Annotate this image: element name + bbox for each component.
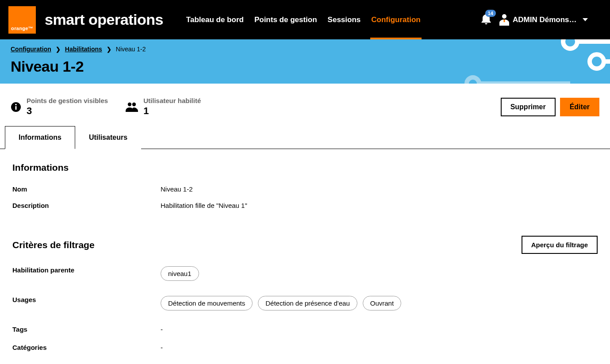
stat-users: Utilisateur habilité 1 (126, 97, 201, 117)
tab-utilisateurs[interactable]: Utilisateurs (75, 126, 141, 149)
breadcrumb-configuration[interactable]: Configuration (11, 46, 51, 53)
label-name: Nom (12, 185, 161, 193)
stat-users-value: 1 (143, 105, 201, 117)
row-usages: Usages Détection de mouvements Détection… (12, 285, 598, 315)
label-parent: Habilitation parente (12, 266, 161, 281)
chevron-down-icon (583, 18, 588, 21)
svg-rect-8 (15, 106, 17, 110)
user-icon (499, 14, 509, 26)
page-actions: Supprimer Éditer (501, 98, 599, 116)
breadcrumb-habilitations[interactable]: Habilitations (65, 46, 102, 53)
delete-button[interactable]: Supprimer (501, 98, 556, 116)
chip-usage: Détection de mouvements (161, 296, 253, 310)
chip-usage: Ouvrant (363, 296, 401, 310)
chip-parent: niveau1 (161, 266, 199, 281)
label-tags: Tags (12, 326, 161, 333)
stat-users-label: Utilisateur habilité (143, 97, 201, 104)
nav-dashboard[interactable]: Tableau de bord (185, 0, 245, 39)
nav-sessions[interactable]: Sessions (327, 0, 362, 39)
notifications-button[interactable]: 14 (481, 13, 491, 27)
stat-points: Points de gestion visibles 3 (11, 97, 108, 117)
decorative-graphic (460, 39, 610, 84)
svg-point-5 (590, 54, 604, 69)
value-description: Habilitation fille de "Niveau 1" (161, 202, 247, 209)
label-categories: Catégories (12, 344, 161, 351)
user-name: ADMIN Démonstr... (513, 15, 579, 24)
edit-button[interactable]: Éditer (560, 98, 599, 116)
preview-filter-button[interactable]: Aperçu du filtrage (522, 236, 598, 254)
users-icon (126, 102, 138, 112)
chevron-right-icon: ❯ (107, 46, 111, 53)
breadcrumb-current: Niveau 1-2 (116, 46, 146, 53)
tabs: Informations Utilisateurs (0, 126, 610, 149)
section-informations-title: Informations (12, 162, 598, 173)
svg-point-3 (563, 39, 577, 49)
app-title: smart operations (45, 11, 163, 28)
nav-points[interactable]: Points de gestion (253, 0, 318, 39)
stat-points-value: 3 (27, 105, 108, 117)
page-banner: Configuration ❯ Habilitations ❯ Niveau 1… (0, 39, 610, 84)
tab-informations[interactable]: Informations (5, 126, 75, 149)
chevron-right-icon: ❯ (56, 46, 61, 53)
main-header: orange™ smart operations Tableau de bord… (0, 0, 610, 39)
svg-point-9 (15, 103, 17, 105)
chip-usage: Détection de présence d'eau (258, 296, 357, 310)
brand-logo[interactable]: orange™ (8, 6, 36, 34)
svg-point-11 (132, 102, 136, 106)
user-menu[interactable]: ADMIN Démonstr... (499, 14, 588, 26)
label-description: Description (12, 202, 161, 209)
notification-badge: 14 (485, 10, 496, 17)
section-filter-title: Critères de filtrage (12, 240, 95, 250)
row-categories: Catégories - (12, 337, 598, 356)
svg-rect-0 (504, 19, 505, 22)
row-name: Nom Niveau 1-2 (12, 181, 598, 197)
nav-configuration[interactable]: Configuration (370, 0, 421, 39)
stat-points-label: Points de gestion visibles (27, 97, 108, 104)
value-categories: - (161, 344, 163, 351)
logo-text: orange™ (11, 26, 33, 31)
value-name: Niveau 1-2 (161, 185, 193, 193)
row-tags: Tags - (12, 315, 598, 337)
row-description: Description Habilitation fille de "Nivea… (12, 197, 598, 214)
svg-point-1 (467, 77, 479, 84)
row-parent: Habilitation parente niveau1 (12, 262, 598, 285)
content: Informations Nom Niveau 1-2 Description … (0, 149, 610, 364)
svg-point-10 (128, 102, 131, 106)
info-icon (11, 102, 21, 112)
header-right: 14 ADMIN Démonstr... (481, 13, 588, 27)
stats-row: Points de gestion visibles 3 Utilisateur… (0, 84, 610, 117)
label-usages: Usages (12, 296, 161, 310)
section-filter-head: Critères de filtrage Aperçu du filtrage (12, 236, 598, 254)
value-tags: - (161, 326, 163, 333)
main-nav: Tableau de bord Points de gestion Sessio… (185, 0, 422, 39)
